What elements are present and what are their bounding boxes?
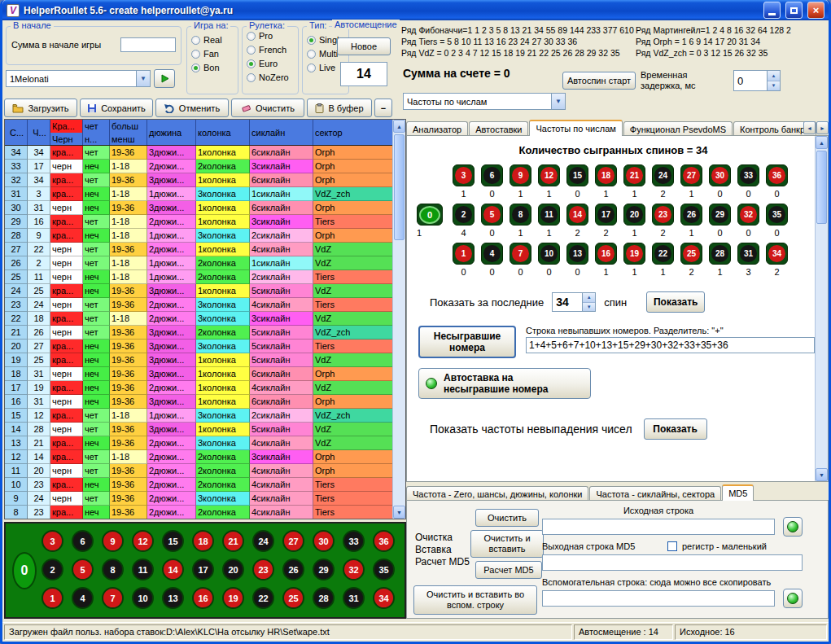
tab-3[interactable]: Частоты по числам <box>529 120 622 136</box>
table-row[interactable]: 924чернчет19-362дюжи...3колонка4сиклайнT… <box>5 492 394 506</box>
radio-option-fan[interactable]: Fan <box>191 49 234 59</box>
table-row[interactable]: 2722чернчет19-362дюжи...1колонка4сиклайн… <box>5 243 394 256</box>
autoshift-value[interactable]: 14 <box>340 62 387 86</box>
tab-scroll-right-button[interactable]: ► <box>816 121 829 134</box>
no-hit-show-button[interactable]: Показать <box>644 418 707 440</box>
number-tile[interactable]: 24 <box>652 164 674 186</box>
md5-calc-button[interactable]: Расчет MD5 <box>475 561 542 579</box>
md5-clear-button[interactable]: Очистить <box>475 509 539 527</box>
start-sum-input[interactable] <box>120 37 176 52</box>
number-tile[interactable]: 33 <box>737 164 759 186</box>
missed-numbers-button[interactable]: Несыгравшие номера <box>418 326 516 358</box>
number-tile[interactable]: 17 <box>595 204 617 226</box>
board-number[interactable]: 7 <box>102 587 124 609</box>
number-tile[interactable]: 9 <box>510 164 531 186</box>
number-tile-zero[interactable]: 0 <box>417 204 443 226</box>
table-row[interactable]: 2916кра...чет1-182дюжи...1колонка3сиклай… <box>5 215 394 229</box>
table-row[interactable]: 262чернчет1-181дюжи...2колонка1сиклайнVd… <box>5 256 394 270</box>
board-number[interactable]: 1 <box>42 587 63 609</box>
undo-button[interactable]: Отменить <box>155 99 229 117</box>
number-tile[interactable]: 26 <box>680 204 702 226</box>
table-row[interactable]: 1719кра...неч19-362дюжи...1колонка4сикла… <box>5 381 394 395</box>
delay-spinner[interactable]: 0 ▲▼ <box>733 70 781 91</box>
board-number[interactable]: 22 <box>252 587 274 609</box>
md5-source-led-button[interactable] <box>783 517 803 537</box>
board-number[interactable]: 5 <box>72 559 94 580</box>
maximize-button[interactable] <box>785 2 803 19</box>
number-tile[interactable]: 4 <box>481 243 503 265</box>
scroll-up-icon[interactable]: ▲ <box>816 136 828 149</box>
tab-3[interactable]: MD5 <box>722 484 754 501</box>
board-number[interactable]: 11 <box>132 559 154 580</box>
table-row[interactable]: 2511черннеч1-181дюжи...2колонка2сиклайнT… <box>5 270 394 284</box>
radio-option-euro[interactable]: Euro <box>247 59 294 68</box>
number-tile[interactable]: 15 <box>566 164 588 186</box>
panel-scrollbar[interactable]: ▲ ▼ <box>815 136 828 481</box>
board-number[interactable]: 18 <box>192 530 214 552</box>
board-number[interactable]: 8 <box>102 559 124 580</box>
board-number[interactable]: 29 <box>313 559 335 580</box>
missed-numbers-input[interactable] <box>526 337 815 353</box>
table-row[interactable]: 313кра...неч1-181дюжи...3колонка1сиклайн… <box>5 187 394 201</box>
clear-button[interactable]: Очистить <box>231 99 304 117</box>
chevron-down-icon[interactable]: ▼ <box>136 71 150 86</box>
number-tile[interactable]: 27 <box>680 164 702 186</box>
table-scrollbar[interactable]: ▲ ▼ <box>392 120 405 519</box>
board-number[interactable]: 27 <box>282 530 304 552</box>
minus-button[interactable]: − <box>374 99 392 117</box>
md5-clear-paste-aux-button[interactable]: Очистить и вставить во вспом. строку <box>413 585 537 615</box>
table-row[interactable]: 1831черннеч19-363дюжи...1колонка6сиклайн… <box>5 367 394 381</box>
column-header[interactable]: сиклайн <box>250 120 313 145</box>
number-tile[interactable]: 30 <box>709 164 731 186</box>
board-number[interactable]: 10 <box>132 587 154 609</box>
copy-to-buffer-button[interactable]: В буфер <box>307 99 372 117</box>
board-number[interactable]: 26 <box>282 559 304 580</box>
scroll-down-icon[interactable]: ▼ <box>816 468 828 481</box>
column-header[interactable]: дюжина <box>147 120 196 145</box>
number-tile[interactable]: 11 <box>538 204 560 226</box>
autospin-start-button[interactable]: Автоспин старт <box>562 72 636 90</box>
md5-clear-paste-button[interactable]: Очистить и вставить <box>470 530 544 558</box>
number-tile[interactable]: 29 <box>709 204 731 226</box>
md5-output-input[interactable] <box>542 554 803 571</box>
board-number[interactable]: 34 <box>373 587 395 609</box>
number-tile[interactable]: 32 <box>737 204 759 226</box>
close-button[interactable]: × <box>807 2 824 19</box>
table-row[interactable]: 3031черннеч19-363дюжи...1колонка6сиклайн… <box>5 201 394 215</box>
board-zero[interactable]: 0 <box>12 552 37 589</box>
board-number[interactable]: 36 <box>373 530 395 552</box>
board-number[interactable]: 23 <box>252 559 274 580</box>
autobet-missed-button[interactable]: Автоставка на несыгравшие номера <box>418 368 591 399</box>
tab-scroll-left-button[interactable]: ◄ <box>803 121 816 134</box>
board-number[interactable]: 16 <box>192 587 214 609</box>
new-button[interactable]: Новое <box>337 37 391 55</box>
number-tile[interactable]: 19 <box>623 243 645 265</box>
board-number[interactable]: 12 <box>132 530 154 552</box>
show-last-button[interactable]: Показать <box>646 291 705 313</box>
table-row[interactable]: 1214кра...чет1-182дюжи...2колонка3сиклай… <box>5 450 394 464</box>
table-row[interactable]: 2218кра...чет1-182дюжи...3колонка3сиклай… <box>5 312 394 326</box>
number-tile[interactable]: 12 <box>538 164 560 186</box>
board-number[interactable]: 21 <box>222 530 244 552</box>
column-header[interactable]: С... <box>5 120 28 145</box>
number-tile[interactable]: 18 <box>595 164 617 186</box>
board-number[interactable]: 32 <box>343 559 365 580</box>
number-tile[interactable]: 2 <box>453 204 475 226</box>
table-row[interactable]: 2324чернчет19-362дюжи...3колонка4сиклайн… <box>5 298 394 312</box>
column-header[interactable]: сектор <box>313 120 394 145</box>
md5-aux-led-button[interactable] <box>783 589 803 608</box>
board-number[interactable]: 2 <box>42 559 63 580</box>
board-number[interactable]: 25 <box>282 587 304 609</box>
number-tile[interactable]: 16 <box>595 243 617 265</box>
column-header[interactable]: колонка <box>196 120 250 145</box>
register-checkbox[interactable] <box>667 541 677 551</box>
board-number[interactable]: 30 <box>313 530 335 552</box>
tab-4[interactable]: Функционал PsevdoMS <box>623 121 733 136</box>
scroll-down-icon[interactable]: ▼ <box>393 506 405 519</box>
board-number[interactable]: 35 <box>373 559 395 580</box>
number-tile[interactable]: 31 <box>737 243 759 265</box>
board-number[interactable]: 17 <box>192 559 214 580</box>
table-row[interactable]: 1023кра...неч19-362дюжи...2колонка4сикла… <box>5 478 394 492</box>
table-row[interactable]: 823кра...неч19-362дюжи...2колонка4сиклай… <box>5 506 394 519</box>
scrollbar-thumb[interactable] <box>816 151 827 224</box>
